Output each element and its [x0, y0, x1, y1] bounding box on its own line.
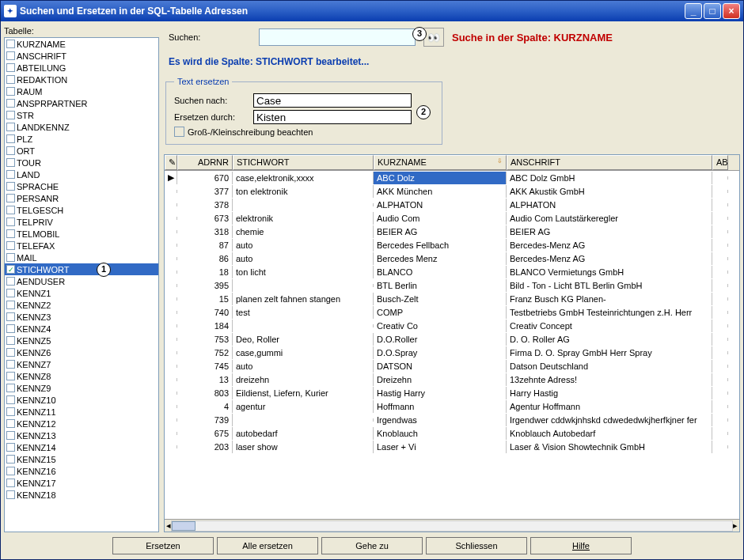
checkbox[interactable] [6, 277, 15, 286]
checkbox[interactable] [6, 419, 15, 428]
case-checkbox[interactable] [174, 127, 184, 137]
list-item[interactable]: TELEFAX [5, 240, 158, 252]
replace-button[interactable]: Ersetzen [112, 537, 214, 554]
checkbox[interactable] [6, 336, 15, 345]
checkbox[interactable] [6, 455, 15, 464]
list-item[interactable]: KURZNAME [5, 38, 158, 50]
list-item[interactable]: PERSANR [5, 192, 158, 204]
table-row[interactable]: 395BTL BerlinBild - Ton - Licht BTL Berl… [165, 278, 739, 292]
checkbox[interactable] [6, 324, 15, 333]
list-item[interactable]: AENDUSER [5, 275, 158, 287]
grid-header-adrnr[interactable]: ADRNR [177, 155, 233, 170]
checkbox[interactable] [6, 229, 15, 238]
table-row[interactable]: 86autoBercedes MenzBercedes-Menz AG [165, 252, 739, 265]
table-row[interactable]: 803Eildienst, Liefern, KurierHastig Harr… [165, 386, 739, 399]
list-item[interactable]: KENNZ9 [5, 382, 158, 394]
checkbox[interactable] [6, 360, 15, 369]
checkbox[interactable] [6, 99, 15, 108]
checkbox[interactable] [6, 467, 15, 475]
list-item[interactable]: KENNZ6 [5, 346, 158, 358]
checkbox[interactable] [6, 348, 15, 357]
search-input[interactable] [259, 28, 416, 46]
grid-header-stichwort[interactable]: STICHWORT [233, 155, 374, 170]
replace-all-button[interactable]: Alle ersetzen [217, 537, 318, 554]
checkbox[interactable] [6, 407, 15, 416]
checkbox[interactable] [6, 395, 15, 404]
checkbox[interactable] [6, 443, 15, 452]
list-item[interactable]: TELPRIV [5, 216, 158, 228]
data-grid[interactable]: ✎ ADRNR STICHWORT KURZNAME ⇩ ANSCHRIFT A… [164, 154, 740, 532]
checkbox[interactable] [6, 87, 15, 96]
grid-header-ab[interactable]: AB [712, 155, 728, 170]
grid-header-anschrift[interactable]: ANSCHRIFT [507, 155, 712, 170]
list-item[interactable]: KENNZ18 [5, 489, 158, 501]
minimize-button[interactable]: _ [685, 3, 702, 19]
help-button[interactable]: Hilfe [530, 537, 632, 554]
table-row[interactable]: 740testCOMPTestbetriebs GmbH Testeinrich… [165, 305, 739, 319]
list-item[interactable]: PLZ [5, 133, 158, 145]
checkbox[interactable] [6, 312, 15, 321]
list-item[interactable]: TOUR [5, 157, 158, 168]
table-row[interactable]: ▶670case,elektronik,xxxxABC DolzABC Dolz… [165, 171, 739, 184]
list-item[interactable]: ANSCHRIFT [5, 50, 158, 62]
checkbox[interactable] [6, 253, 15, 262]
checkbox[interactable]: ✓ [6, 265, 15, 274]
list-item[interactable]: SPRACHE [5, 180, 158, 192]
checkbox[interactable] [6, 490, 15, 499]
list-item[interactable]: KENNZ16 [5, 465, 158, 477]
checkbox[interactable] [6, 206, 15, 214]
checkbox[interactable] [6, 182, 15, 191]
search-button[interactable]: 👀 [423, 28, 444, 47]
checkbox[interactable] [6, 40, 15, 48]
list-item[interactable]: KENNZ5 [5, 335, 158, 346]
list-item[interactable]: LANDKENNZ [5, 121, 158, 133]
checkbox[interactable] [6, 194, 15, 202]
table-row[interactable]: 739IrgendwasIrgendwer cddwkjnhskd cdwede… [165, 413, 739, 426]
checkbox[interactable] [6, 111, 15, 119]
checkbox[interactable] [6, 384, 15, 392]
list-item[interactable]: MAIL [5, 252, 158, 263]
close-button[interactable]: × [723, 3, 740, 19]
list-item[interactable]: ABTEILUNG [5, 62, 158, 74]
list-item[interactable]: ✓STICHWORT [5, 263, 158, 275]
table-row[interactable]: 377ton elektronikAKK MünchenAKK Akustik … [165, 184, 739, 198]
table-row[interactable]: 673elektronikAudio ComAudio Com Lautstär… [165, 211, 739, 225]
column-listbox[interactable]: KURZNAMEANSCHRIFTABTEILUNGREDAKTIONRAUMA… [4, 37, 159, 532]
table-row[interactable]: 15planen zelt fahnen stangenBusch-ZeltFr… [165, 292, 739, 305]
list-item[interactable]: KENNZ13 [5, 429, 158, 441]
checkbox[interactable] [6, 158, 15, 167]
horizontal-scrollbar[interactable]: ◂ ▸ [165, 519, 739, 532]
checkbox[interactable] [6, 218, 15, 226]
checkbox[interactable] [6, 134, 15, 143]
list-item[interactable]: KENNZ3 [5, 311, 158, 323]
replace-with-input[interactable] [253, 110, 412, 124]
list-item[interactable]: ORT [5, 145, 158, 157]
list-item[interactable]: KENNZ17 [5, 477, 158, 489]
checkbox[interactable] [6, 241, 15, 250]
checkbox[interactable] [6, 51, 15, 60]
list-item[interactable]: TELMOBIL [5, 228, 158, 240]
list-item[interactable]: KENNZ11 [5, 406, 158, 418]
table-row[interactable]: 203laser showLaser + ViLaser & Vision Sh… [165, 440, 739, 453]
grid-header-marker[interactable]: ✎ [165, 155, 177, 170]
checkbox[interactable] [6, 123, 15, 131]
checkbox[interactable] [6, 301, 15, 309]
checkbox[interactable] [6, 479, 15, 487]
list-item[interactable]: KENNZ2 [5, 299, 158, 311]
list-item[interactable]: KENNZ15 [5, 453, 158, 465]
table-row[interactable]: 752case,gummiD.O.SprayFirma D. O. Spray … [165, 346, 739, 359]
table-row[interactable]: 318chemieBEIER AGBEIER AG [165, 225, 739, 238]
table-row[interactable]: 753Deo, RollerD.O.RollerD. O. Roller AG [165, 332, 739, 346]
checkbox[interactable] [6, 170, 15, 179]
checkbox[interactable] [6, 75, 15, 84]
list-item[interactable]: LAND [5, 168, 158, 180]
table-row[interactable]: 184Creativ CoCreativ Concept [165, 319, 739, 332]
scroll-right-icon[interactable]: ▸ [733, 520, 738, 531]
checkbox[interactable] [6, 372, 15, 380]
list-item[interactable]: KENNZ1 [5, 287, 158, 299]
list-item[interactable]: STR [5, 109, 158, 121]
list-item[interactable]: RAUM [5, 85, 158, 97]
table-row[interactable]: 745autoDATSONDatson Deutschland [165, 359, 739, 373]
list-item[interactable]: REDAKTION [5, 74, 158, 85]
goto-button[interactable]: Gehe zu [321, 537, 423, 554]
